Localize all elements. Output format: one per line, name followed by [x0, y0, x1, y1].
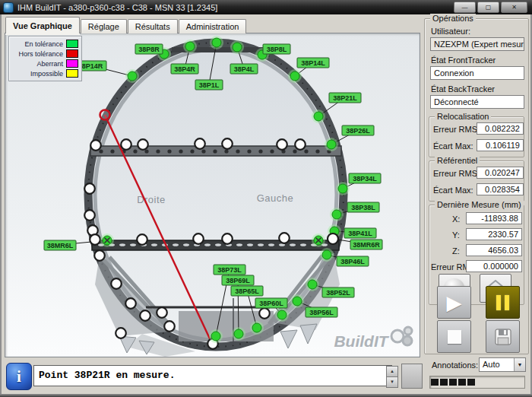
in-tolerance-point[interactable] [252, 323, 261, 332]
in-tolerance-point[interactable] [327, 140, 336, 149]
maximize-button[interactable]: ▢ [477, 2, 499, 13]
status-side-button[interactable] [401, 364, 423, 389]
in-tolerance-point[interactable] [233, 43, 242, 52]
point-label-text: 38P69L [226, 277, 250, 284]
mesure-rms-value: 0.000000 [466, 260, 522, 272]
unmeasured-point[interactable] [222, 138, 233, 149]
info-icon: i [17, 367, 21, 386]
unmeasured-point[interactable] [90, 140, 101, 151]
in-tolerance-point[interactable] [234, 329, 243, 338]
annotations-dropdown[interactable]: Auto ▼ [479, 357, 526, 372]
annotations-label: Annotations: [432, 360, 478, 370]
unmeasured-point[interactable] [94, 250, 105, 261]
user-label: Utilisateur: [431, 27, 470, 36]
save-button[interactable] [486, 320, 520, 353]
unmeasured-point[interactable] [84, 210, 95, 221]
in-tolerance-point[interactable] [290, 71, 299, 81]
unmeasured-point[interactable] [279, 233, 290, 243]
relocalisation-title: Relocalisation [435, 112, 491, 121]
minimize-button[interactable]: — [454, 2, 476, 13]
in-tolerance-point[interactable] [293, 297, 302, 306]
tab-administration[interactable]: Administration [179, 19, 247, 33]
point-label-text: 38P73L [217, 266, 242, 274]
legend-swatch [66, 49, 78, 58]
y-label: Y: [452, 230, 460, 240]
legend-label: Hors tolérance [18, 50, 63, 58]
unmeasured-point[interactable] [90, 234, 100, 245]
tab-réglage[interactable]: Réglage [81, 19, 127, 33]
point-label-text: 38P46L [340, 258, 365, 265]
in-tolerance-point[interactable] [308, 280, 317, 289]
in-tolerance-point[interactable] [314, 112, 323, 121]
fuselage-section-drawing[interactable]: Droite Gauche BuildIT 38P14R38P8R38P4R38… [5, 33, 420, 357]
pause-button[interactable] [486, 286, 520, 319]
unmeasured-point[interactable] [259, 308, 270, 319]
tolerance-legend: En toléranceHors toléranceAberrantImposs… [8, 36, 82, 81]
target-point[interactable] [328, 233, 338, 244]
user-field[interactable]: NZEXPM (Expert mesure) [430, 37, 524, 51]
unmeasured-point[interactable] [116, 328, 126, 338]
title-bar: IHM BuildIT - a380-p360-c38 - C38 - MSN … [0, 0, 532, 14]
front-tracker-field[interactable]: Connexion [430, 66, 524, 80]
in-tolerance-point[interactable] [185, 42, 195, 51]
unmeasured-point[interactable] [121, 139, 131, 150]
point-label-text: 38P14L [301, 59, 325, 67]
out-of-tolerance-point[interactable] [100, 110, 110, 120]
point-label-text: 38P52L [326, 289, 350, 297]
reloc-rms-value: 0.082232 [477, 122, 524, 135]
unmeasured-point[interactable] [195, 138, 205, 149]
point-label-text: 38P4L [234, 65, 255, 73]
back-tracker-field[interactable]: Déconnecté [430, 95, 524, 109]
minimize-icon: — [462, 5, 468, 11]
lower-crossbeam [92, 240, 339, 250]
stop-icon [448, 330, 461, 344]
unmeasured-point[interactable] [277, 139, 287, 150]
play-button[interactable]: ▶ [437, 286, 471, 319]
unmeasured-point[interactable] [125, 298, 136, 309]
unmeasured-point[interactable] [222, 233, 233, 244]
point-label-text: 38P60L [259, 300, 283, 307]
in-tolerance-point[interactable] [332, 210, 341, 219]
maximize-icon: ▢ [486, 5, 492, 11]
unmeasured-point[interactable] [111, 278, 122, 289]
z-rms-value: 4656.03 [466, 244, 522, 256]
ref-rms-label: Erreur RMS: [433, 169, 480, 178]
point-label-text: 38MR6L [47, 242, 74, 249]
legend-swatch [66, 69, 78, 78]
in-tolerance-point[interactable] [211, 332, 220, 341]
unmeasured-point[interactable] [84, 183, 95, 194]
in-tolerance-point[interactable] [338, 184, 347, 193]
app-icon [3, 2, 14, 13]
stop-button[interactable] [437, 320, 471, 353]
status-spinner-down[interactable]: ▼ [386, 376, 398, 388]
tab-résultats[interactable]: Résultats [128, 19, 178, 33]
in-tolerance-point[interactable] [277, 310, 287, 319]
in-tolerance-point[interactable] [128, 71, 137, 81]
reloc-max-value: 0.106119 [477, 139, 524, 151]
unmeasured-point[interactable] [138, 139, 148, 150]
graphic-viewport[interactable]: En toléranceHors toléranceAberrantImposs… [5, 33, 420, 357]
status-message-field[interactable]: Point 38P21R en mesure. [33, 365, 392, 386]
point-label-text: 38P41L [348, 230, 372, 237]
y-value: 2330.57 [466, 228, 522, 240]
info-button[interactable]: i [6, 363, 32, 390]
x-value: -11893.88 [466, 212, 522, 224]
unmeasured-point[interactable] [157, 307, 167, 318]
tab-vue-graphique[interactable]: Vue Graphique [5, 17, 80, 33]
in-tolerance-point[interactable] [322, 250, 331, 259]
referentiel-title: Référentiel [435, 156, 480, 165]
unmeasured-point[interactable] [295, 139, 306, 150]
unmeasured-point[interactable] [137, 234, 147, 245]
unmeasured-point[interactable] [164, 321, 175, 332]
legend-swatch [66, 40, 78, 48]
legend-row: Hors tolérance [12, 49, 78, 59]
legend-label: En tolérance [24, 40, 63, 48]
referentiel-group: Référentiel Erreur RMS: 0.020247 Écart M… [429, 160, 524, 202]
in-tolerance-point[interactable] [212, 38, 221, 47]
x-label: X: [452, 214, 460, 224]
dropdown-arrow-icon[interactable]: ▼ [514, 358, 525, 371]
unmeasured-point[interactable] [140, 310, 150, 321]
unmeasured-point[interactable] [193, 233, 204, 244]
status-spinner-up[interactable]: ▲ [386, 366, 398, 377]
close-button[interactable]: ✕ [501, 2, 527, 13]
